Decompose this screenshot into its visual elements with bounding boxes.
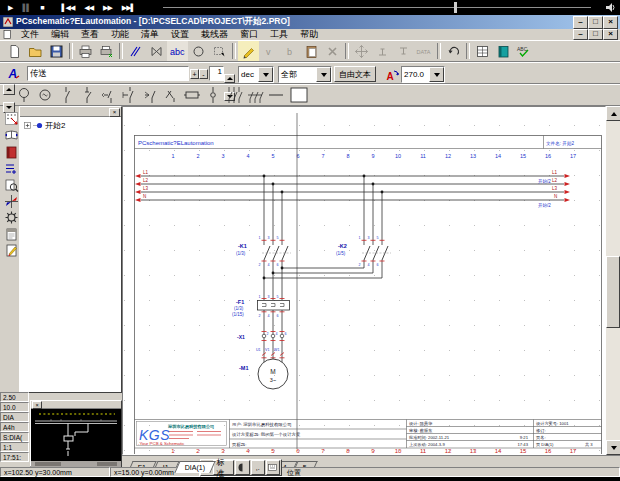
tab-dia1[interactable]: DIA(1) — [174, 461, 216, 473]
preview-close-button[interactable]: × — [32, 401, 42, 409]
preview-titlebar[interactable]: × — [31, 401, 121, 409]
data-button[interactable]: DATA — [414, 41, 435, 61]
mdi-minimize-button[interactable]: – — [573, 29, 588, 40]
save-button[interactable] — [46, 41, 67, 61]
skip-start-button[interactable]: ▌◀◀ — [62, 4, 75, 12]
ime-width-button[interactable] — [235, 460, 249, 475]
symbol-line-button[interactable] — [265, 85, 286, 105]
project-node-label[interactable]: 开始2 — [45, 120, 65, 131]
pencil-tool-button[interactable] — [238, 41, 259, 61]
speaker-icon[interactable] — [605, 2, 616, 13]
ime-punct-button[interactable]: ,. — [251, 460, 265, 475]
grey-tool-b-button[interactable]: b — [280, 41, 301, 61]
playback-slider-thumb[interactable] — [454, 2, 457, 13]
print-button[interactable] — [75, 41, 96, 61]
k1-label[interactable]: -K1 — [238, 243, 247, 249]
vscroll-thumb[interactable] — [606, 256, 620, 328]
symbols-button[interactable] — [146, 41, 167, 61]
rewind-button[interactable]: ◀◀ — [84, 4, 93, 12]
x1-label[interactable]: -X1 — [237, 334, 245, 340]
symbol-coil-button[interactable] — [181, 85, 202, 105]
text-mode-button[interactable]: abc — [167, 41, 188, 61]
undo-button[interactable] — [443, 41, 464, 61]
tree-close-button[interactable]: × — [109, 108, 120, 117]
circle-tool-button[interactable] — [188, 41, 209, 61]
restore-button[interactable]: □ — [588, 16, 603, 29]
angle-dropdown[interactable]: 270.0 — [401, 66, 445, 83]
text-size-spinner[interactable] — [224, 66, 233, 81]
close-button[interactable]: × — [603, 16, 618, 29]
move-button[interactable] — [351, 41, 372, 61]
free-text-button[interactable]: 自由文本 — [334, 66, 376, 82]
sheet-header-right: 文件名: 开始2 — [546, 140, 575, 147]
x1-symbol[interactable] — [262, 334, 284, 338]
title-bar[interactable]: PCschematic?ELautomation - [D:\PCSELCAD\… — [0, 15, 620, 29]
m1-label[interactable]: -M1 — [239, 365, 248, 371]
tree-root-item[interactable]: 开始2 — [20, 117, 121, 131]
text-size-value[interactable]: 1 — [209, 66, 224, 81]
symbol-3p-breaker-button[interactable] — [244, 85, 265, 105]
terminal-ticks — [262, 240, 385, 357]
symbol-contact-no2-button[interactable] — [76, 85, 97, 105]
minimize-button[interactable]: – — [573, 16, 588, 29]
play-button[interactable]: ▶ — [8, 4, 12, 12]
open-button[interactable] — [25, 41, 46, 61]
symbol-terminal-button[interactable] — [202, 85, 223, 105]
forward-button[interactable]: ▶▶ — [103, 4, 112, 12]
symbol-motor-button[interactable] — [34, 85, 55, 105]
schematic-sheet[interactable]: PCschematic?ELautomation 文件名: 开始2 12 34 … — [123, 107, 605, 454]
symbol-contact-no-button[interactable] — [55, 85, 76, 105]
svg-text:4: 4 — [268, 263, 270, 267]
symbol-lamp-button[interactable] — [13, 85, 34, 105]
area-select-button[interactable] — [209, 41, 230, 61]
mdi-close-button[interactable]: × — [603, 29, 618, 40]
svg-text:2: 2 — [267, 332, 269, 336]
tree-expand-icon[interactable] — [24, 122, 31, 129]
symbol-3p-contact-button[interactable] — [223, 85, 244, 105]
print-all-button[interactable] — [96, 41, 117, 61]
scroll-down-button[interactable] — [606, 440, 620, 455]
symbol-contact-nc-button[interactable] — [97, 85, 118, 105]
symbol-contact-switch-button[interactable] — [160, 85, 181, 105]
drawing-canvas[interactable]: PCschematic?ELautomation 文件名: 开始2 12 34 … — [122, 106, 606, 455]
document-icon[interactable] — [3, 30, 12, 39]
database-button[interactable] — [493, 41, 514, 61]
text-toolbar: A + - 1 dec 全部 自由文本 A 270.0 — [0, 62, 620, 84]
ime-softkbd-button[interactable] — [266, 460, 280, 475]
mdi-restore-button[interactable]: □ — [588, 29, 603, 40]
scroll-up-button[interactable] — [606, 106, 620, 121]
grey-tool-v-button[interactable]: v — [259, 41, 280, 61]
format-dropdown[interactable]: dec — [238, 66, 274, 83]
svg-text:U1: U1 — [256, 348, 261, 352]
text-rotate-button[interactable]: A — [382, 65, 403, 85]
symbol-contact-operated-button[interactable] — [139, 85, 160, 105]
vertical-scrollbar[interactable] — [606, 106, 620, 455]
pause-button[interactable]: ▌▌ — [22, 4, 30, 11]
f1-label[interactable]: -F1 — [236, 299, 244, 305]
symbol-blank-button[interactable] — [286, 85, 312, 105]
ime-mode-button[interactable]: 标准 — [213, 460, 234, 475]
f1-symbol[interactable] — [258, 301, 290, 311]
symbol-lamp-icon — [16, 86, 32, 104]
delete-button[interactable] — [322, 41, 343, 61]
draw-lines-button[interactable] — [125, 41, 146, 61]
symbol-contact-delay-button[interactable] — [118, 85, 139, 105]
reference-down-button[interactable] — [393, 41, 414, 61]
spellcheck-button[interactable]: ABC — [514, 41, 535, 61]
k2-label[interactable]: -K2 — [338, 243, 347, 249]
new-button[interactable] — [4, 41, 25, 61]
scope-dropdown[interactable]: 全部 — [278, 66, 332, 83]
stop-button[interactable]: ■ — [40, 4, 43, 11]
reference-up-button[interactable] — [372, 41, 393, 61]
page-flip-icon — [4, 128, 19, 143]
skip-end-button[interactable]: ▶▶▌ — [122, 4, 135, 12]
text-smaller-button[interactable]: - — [199, 69, 208, 79]
register-button[interactable] — [472, 41, 493, 61]
paste-button[interactable] — [301, 41, 322, 61]
playback-slider[interactable] — [163, 7, 591, 8]
text-value-input[interactable] — [27, 66, 189, 81]
preview-canvas[interactable] — [31, 409, 121, 461]
tree-titlebar[interactable]: × — [20, 107, 121, 117]
text-larger-button[interactable]: + — [190, 69, 199, 79]
symbol-3p-contact-icon — [225, 86, 243, 104]
